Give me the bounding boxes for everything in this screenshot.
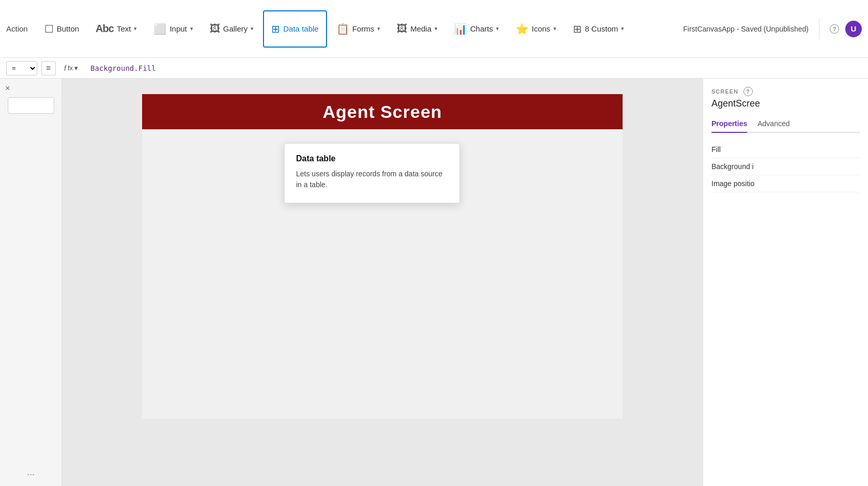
- forms-chevron-icon: ▾: [377, 25, 380, 32]
- tab-advanced[interactable]: Advanced: [757, 116, 789, 133]
- close-button[interactable]: ×: [5, 84, 10, 93]
- canvas-area: Agent Screen Data table Lets users displ…: [62, 79, 703, 486]
- fx-button[interactable]: f fx ▾: [60, 61, 82, 75]
- sidebar-input[interactable]: [8, 97, 54, 114]
- panel-tabs: Properties Advanced: [711, 116, 860, 133]
- screen-title: Agent Screen: [322, 102, 442, 122]
- topbar-separator: [819, 19, 819, 39]
- input-chevron-icon: ▾: [190, 25, 193, 32]
- gallery-chevron-icon: ▾: [251, 25, 254, 32]
- datatable-tool-label: Data table: [283, 24, 318, 33]
- screen-name: AgentScree: [711, 98, 860, 109]
- prop-fill: Fill: [711, 141, 860, 158]
- more-button[interactable]: ···: [27, 469, 35, 480]
- datatable-tool[interactable]: ⊞ Data table: [263, 10, 327, 48]
- toolbar: ☐ Button Abc Text ▾ ⬜ Input ▾ 🖼 Gallery …: [37, 10, 684, 48]
- icons-icon: ⭐: [516, 23, 529, 35]
- text-tool-label: Text: [117, 24, 131, 33]
- datatable-icon: ⊞: [271, 23, 280, 35]
- app-title: FirstCanvasApp - Saved (Unpublished): [683, 25, 809, 33]
- tooltip-description: Lets users display records from a data s…: [296, 169, 448, 190]
- custom-tool-label: 8 Custom: [585, 24, 618, 33]
- charts-chevron-icon: ▾: [496, 25, 499, 32]
- button-icon: ☐: [44, 23, 54, 35]
- custom-tool[interactable]: ⊞ 8 Custom ▾: [566, 10, 631, 48]
- tab-properties[interactable]: Properties: [711, 116, 747, 133]
- media-tool[interactable]: 🖼 Media ▾: [390, 10, 445, 48]
- icons-tool[interactable]: ⭐ Icons ▾: [508, 10, 564, 48]
- topbar: Action ☐ Button Abc Text ▾ ⬜ Input ▾ 🖼 G…: [0, 0, 868, 58]
- media-tool-label: Media: [410, 24, 431, 33]
- text-chevron-icon: ▾: [134, 25, 137, 32]
- gallery-tool-label: Gallery: [223, 24, 248, 33]
- prop-background-image: Background i: [711, 158, 860, 175]
- input-tool[interactable]: ⬜ Input ▾: [146, 10, 200, 48]
- equals-button[interactable]: =: [41, 61, 56, 75]
- gallery-icon: 🖼: [210, 23, 220, 35]
- forms-icon: 📋: [336, 23, 349, 35]
- charts-tool-label: Charts: [470, 24, 493, 33]
- button-tool[interactable]: ☐ Button: [37, 10, 86, 48]
- custom-chevron-icon: ▾: [621, 25, 624, 32]
- gallery-tool[interactable]: 🖼 Gallery ▾: [203, 10, 261, 48]
- user-avatar[interactable]: U: [845, 21, 862, 37]
- prop-image-position: Image positio: [711, 175, 860, 192]
- datatable-tooltip: Data table Lets users display records fr…: [284, 143, 460, 203]
- screen-help-icon[interactable]: ?: [743, 87, 753, 96]
- icons-chevron-icon: ▾: [553, 25, 556, 32]
- input-tool-label: Input: [169, 24, 187, 33]
- fx-icon: f: [64, 64, 66, 72]
- input-icon: ⬜: [153, 23, 166, 35]
- forms-tool[interactable]: 📋 Forms ▾: [329, 10, 388, 48]
- media-chevron-icon: ▾: [435, 25, 438, 32]
- tooltip-title: Data table: [296, 154, 448, 163]
- main-area: × ··· Agent Screen Data table Lets users…: [0, 79, 868, 486]
- fx-chevron-icon: ▾: [74, 64, 78, 72]
- screen-panel-label: SCREEN ?: [711, 87, 860, 96]
- text-tool[interactable]: Abc Text ▾: [88, 10, 144, 48]
- charts-tool[interactable]: 📊 Charts ▾: [447, 10, 506, 48]
- help-icon[interactable]: ?: [830, 24, 839, 34]
- fx-label: fx: [68, 64, 73, 72]
- left-sidebar: × ···: [0, 79, 62, 486]
- forms-tool-label: Forms: [352, 24, 375, 33]
- action-label: Action: [6, 24, 28, 33]
- text-icon: Abc: [96, 23, 114, 35]
- right-panel: SCREEN ? AgentScree Properties Advanced …: [703, 79, 868, 486]
- screen-header: Agent Screen: [142, 94, 623, 129]
- icons-tool-label: Icons: [532, 24, 550, 33]
- formula-input[interactable]: [86, 61, 862, 75]
- topbar-right: FirstCanvasApp - Saved (Unpublished) ? U: [683, 19, 862, 39]
- formula-bar: = = f fx ▾: [0, 58, 868, 79]
- custom-icon: ⊞: [573, 23, 582, 35]
- media-icon: 🖼: [397, 23, 407, 35]
- charts-icon: 📊: [454, 23, 467, 35]
- property-dropdown[interactable]: =: [6, 61, 37, 75]
- button-tool-label: Button: [57, 24, 79, 33]
